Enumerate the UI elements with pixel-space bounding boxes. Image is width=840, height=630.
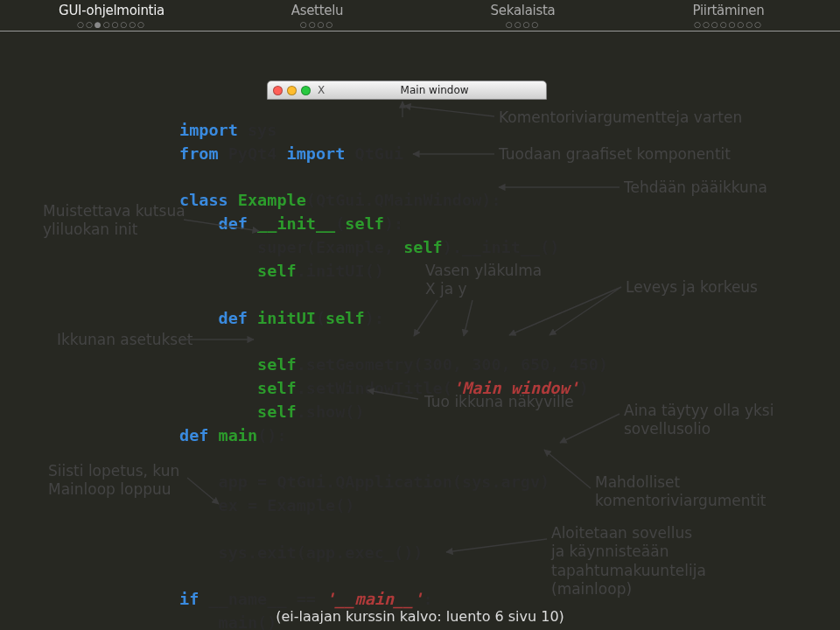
maximize-icon[interactable] [301, 86, 311, 95]
nav-item-sekalaista[interactable]: Sekalaista ○○○○ [420, 3, 626, 29]
annotation: Komentoriviargumentteja varten [499, 108, 742, 127]
nav-dots: ○○○○ [214, 20, 420, 29]
nav-title: Sekalaista [420, 3, 626, 18]
close-icon[interactable] [273, 86, 283, 95]
mac-window-titlebar: X Main window [267, 80, 547, 100]
slide-content: X Main window import sys from PyQt4 impo… [0, 32, 840, 592]
svg-line-0 [404, 106, 494, 116]
annotation: Muistettava kutsua yliluokan init [43, 202, 186, 240]
nav-dots: ○○○○○○○○ [626, 20, 831, 29]
nav-title: Piirtäminen [626, 3, 831, 18]
minimize-icon[interactable] [287, 86, 297, 95]
navbar: GUI-ohjelmointia ○○●○○○○○ Asettelu ○○○○ … [0, 0, 840, 29]
footer: (ei-laajan kurssin kalvo: luento 6 sivu … [0, 608, 840, 625]
annotation: Leveys ja korkeus [626, 278, 758, 297]
window-title: Main window [328, 84, 541, 96]
nav-item-gui[interactable]: GUI-ohjelmointia ○○●○○○○○ [9, 3, 214, 29]
annotation: Siisti lopetus, kun Mainloop loppuu [48, 462, 179, 500]
code-block: import sys from PyQt4 import QtGui class… [179, 119, 608, 630]
annotation: Tehdään pääikkuna [624, 178, 767, 197]
annotation: Aloitetaan sovellus ja käynnisteään tapa… [551, 524, 706, 598]
annotation: Vasen yläkulma X ja y [425, 262, 542, 299]
annotation: Tuodaan graafiset komponentit [499, 145, 731, 164]
nav-item-piirtaminen[interactable]: Piirtäminen ○○○○○○○○ [626, 3, 831, 29]
nav-item-asettelu[interactable]: Asettelu ○○○○ [214, 3, 420, 29]
window-controls [273, 86, 311, 95]
nav-dots: ○○○○ [420, 20, 626, 29]
nav-title: Asettelu [214, 3, 420, 18]
annotation: Ikkunan asetukset [57, 331, 192, 349]
annotation: Tuo ikkuna näkyville [424, 393, 574, 411]
annotation: Mahdolliset komentoriviargumentit [595, 473, 766, 511]
annotation: Aina täytyy olla yksi sovellusolio [624, 402, 774, 439]
nav-dots: ○○●○○○○○ [9, 20, 214, 29]
nav-title: GUI-ohjelmointia [9, 3, 214, 18]
app-icon: X [318, 84, 325, 96]
